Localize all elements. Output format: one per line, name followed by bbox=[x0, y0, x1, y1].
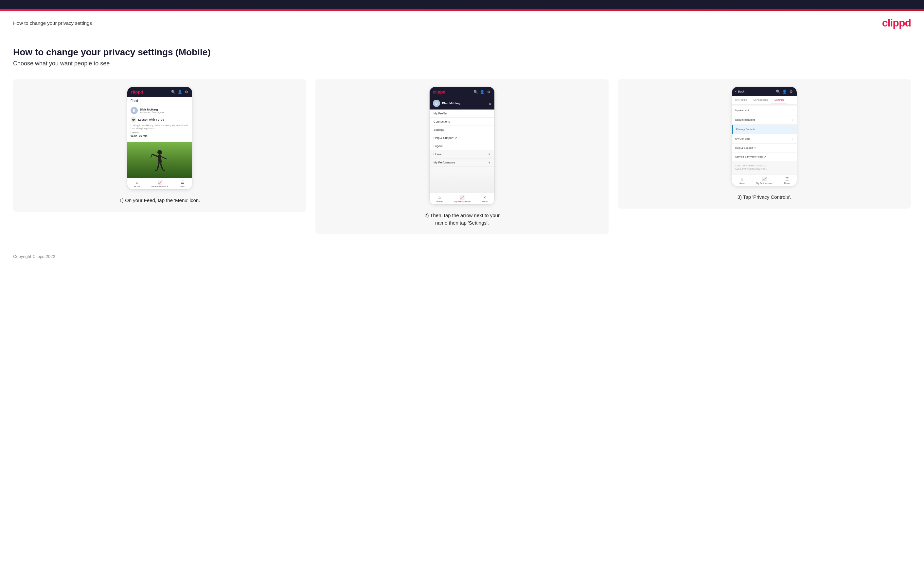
search-icon-3: 🔍 bbox=[776, 89, 780, 94]
feed-user-row: B Blair McHarg Yesterday · Sunningdale bbox=[131, 107, 189, 114]
service-privacy-label: Service & Privacy Policy ↗ bbox=[735, 155, 766, 158]
step-3-caption: 3) Tap 'Privacy Controls'. bbox=[738, 193, 792, 201]
svg-line-2 bbox=[152, 154, 158, 156]
menu-item-settings[interactable]: Settings bbox=[430, 126, 494, 134]
help-support-label: Help & Support ↗ bbox=[433, 136, 457, 140]
menu-item-my-profile[interactable]: My Profile bbox=[430, 110, 494, 118]
my-golf-bag-label: My Golf Bag bbox=[735, 137, 750, 140]
home-icon-2: ⌂ bbox=[438, 195, 441, 200]
tab-connections[interactable]: Connections bbox=[750, 96, 771, 104]
phone1-feed-content: B Blair McHarg Yesterday · Sunningdale 🎓… bbox=[127, 104, 192, 142]
privacy-controls-label: Privacy Controls bbox=[736, 128, 755, 131]
blurred-feed-bg bbox=[430, 167, 494, 193]
svg-line-3 bbox=[161, 156, 166, 159]
user-icon: 👤 bbox=[178, 90, 182, 95]
home-label: Home bbox=[134, 185, 141, 188]
chevron-right-icon-2: › bbox=[793, 118, 793, 122]
menu-user-left: B Blair McHarg bbox=[433, 100, 460, 107]
page-heading: How to change your privacy settings (Mob… bbox=[13, 47, 911, 58]
svg-line-5 bbox=[157, 163, 159, 170]
menu-nav-performance[interactable]: My Performance ∨ bbox=[430, 158, 494, 167]
menu-label-3: Menu bbox=[784, 182, 790, 184]
menu-user-name: Blair McHarg bbox=[442, 102, 460, 105]
chevron-right-icon-3: › bbox=[793, 127, 793, 131]
step-3-phone: < Back 🔍 👤 ⚙ My Profile Connections Sett… bbox=[732, 87, 797, 186]
phone2-menu-overlay: B Blair McHarg ∧ My Profile Connections bbox=[430, 97, 494, 193]
bottom-tab-home: ⌂ Home bbox=[134, 180, 141, 188]
performance-label-3: My Performance bbox=[756, 182, 773, 184]
settings-item-my-golf-bag[interactable]: My Golf Bag › bbox=[732, 134, 797, 143]
phone1-bottom-bar: ⌂ Home 📈 My Performance ☰ Menu bbox=[127, 178, 192, 189]
feed-user-name: Blair McHarg bbox=[140, 108, 165, 111]
lesson-icon: 🎓 bbox=[131, 117, 136, 122]
performance-icon: 📈 bbox=[157, 180, 162, 185]
settings-label: Settings bbox=[433, 128, 444, 131]
svg-line-6 bbox=[160, 163, 163, 170]
my-account-label: My Account bbox=[735, 109, 749, 112]
bottom-tab-menu: ☰ Menu bbox=[179, 180, 185, 188]
help-support-label-3: Help & Support ↗ bbox=[735, 147, 756, 149]
step-1-phone: clippd 🔍 👤 ⚙ Feed B Blair bbox=[127, 87, 192, 190]
home-label-2: Home bbox=[436, 200, 443, 203]
header: How to change your privacy settings clip… bbox=[0, 11, 924, 34]
tab-settings[interactable]: Settings bbox=[771, 96, 787, 104]
close-menu-icon: ✕ bbox=[483, 195, 486, 200]
performance-label-2: My Performance bbox=[454, 200, 470, 203]
phone1-navbar: clippd 🔍 👤 ⚙ bbox=[127, 87, 192, 97]
logo: clippd bbox=[882, 17, 911, 29]
bottom-tab-home-3: ⌂ Home bbox=[739, 177, 745, 184]
settings-item-help-support[interactable]: Help & Support ↗ bbox=[732, 144, 797, 152]
chevron-down-icon: ∨ bbox=[488, 153, 491, 156]
phone1-logo: clippd bbox=[131, 90, 143, 95]
menu-icon: ☰ bbox=[181, 180, 184, 185]
performance-icon-3: 📈 bbox=[762, 177, 767, 181]
settings-icon-2: ⚙ bbox=[486, 90, 491, 95]
settings-tabs: My Profile Connections Settings bbox=[732, 96, 797, 105]
feed-lesson-row: 🎓 Lesson with Fordy bbox=[131, 117, 189, 122]
svg-line-7 bbox=[155, 170, 157, 171]
settings-item-service-privacy[interactable]: Service & Privacy Policy ↗ bbox=[732, 153, 797, 161]
settings-item-my-account[interactable]: My Account › bbox=[732, 106, 797, 115]
page-breadcrumb: How to change your privacy settings bbox=[13, 20, 92, 26]
search-icon-2: 🔍 bbox=[473, 90, 478, 95]
chevron-down-icon-2: ∨ bbox=[488, 161, 491, 164]
menu-list: My Profile Connections Settings Help & S… bbox=[430, 110, 494, 150]
golfer-silhouette-svg bbox=[148, 148, 171, 178]
settings-item-data-integrations[interactable]: Data Integrations › bbox=[732, 115, 797, 124]
user-icon-3: 👤 bbox=[782, 89, 787, 94]
back-label: Back bbox=[738, 90, 745, 93]
step-1-card: clippd 🔍 👤 ⚙ Feed B Blair bbox=[13, 79, 306, 212]
phone2-logo: clippd bbox=[433, 90, 445, 95]
menu-item-connections[interactable]: Connections bbox=[430, 118, 494, 126]
menu-label: Menu bbox=[179, 185, 185, 188]
page-subheading: Choose what you want people to see bbox=[13, 60, 911, 67]
feed-user-sub: Yesterday · Sunningdale bbox=[140, 111, 165, 113]
tab-my-profile[interactable]: My Profile bbox=[732, 96, 750, 104]
settings-item-privacy-controls[interactable]: Privacy Controls › bbox=[732, 125, 797, 134]
step-2-card: clippd 🔍 👤 ⚙ B Blair McHarg bbox=[315, 79, 609, 234]
step-1-caption: 1) On your Feed, tap the 'Menu' icon. bbox=[120, 197, 200, 204]
menu-item-help-support[interactable]: Help & Support ↗ bbox=[430, 134, 494, 142]
settings-icon: ⚙ bbox=[184, 90, 189, 95]
phone3-nav-icons: 🔍 👤 ⚙ bbox=[776, 89, 793, 94]
menu-chevron-up-icon: ∧ bbox=[489, 102, 491, 105]
phone2-navbar: clippd 🔍 👤 ⚙ bbox=[430, 87, 494, 97]
menu-item-logout[interactable]: Logout bbox=[430, 142, 494, 150]
phone2-bottom-bar: ⌂ Home 📈 My Performance ✕ Menu bbox=[430, 193, 494, 204]
logout-label: Logout bbox=[433, 145, 443, 148]
search-icon: 🔍 bbox=[171, 90, 176, 95]
back-button[interactable]: < Back bbox=[735, 90, 745, 93]
feed-user-info: Blair McHarg Yesterday · Sunningdale bbox=[140, 108, 165, 113]
feed-label: Feed bbox=[131, 99, 138, 103]
back-arrow-icon: < bbox=[735, 90, 737, 93]
my-profile-label: My Profile bbox=[433, 112, 447, 115]
bottom-tab-menu-3: ☰ Menu bbox=[784, 177, 790, 184]
bottom-tab-performance-2: 📈 My Performance bbox=[454, 195, 470, 203]
step-2-caption: 2) Then, tap the arrow next to yourname … bbox=[424, 212, 500, 227]
menu-nav-home[interactable]: Home ∨ bbox=[430, 150, 494, 158]
chevron-right-icon: › bbox=[793, 108, 793, 112]
steps-container: clippd 🔍 👤 ⚙ Feed B Blair bbox=[13, 79, 911, 234]
copyright-text: Copyright Clippd 2022 bbox=[13, 254, 55, 259]
bottom-tab-close[interactable]: ✕ Menu bbox=[481, 195, 488, 203]
performance-icon-2: 📈 bbox=[460, 195, 465, 200]
